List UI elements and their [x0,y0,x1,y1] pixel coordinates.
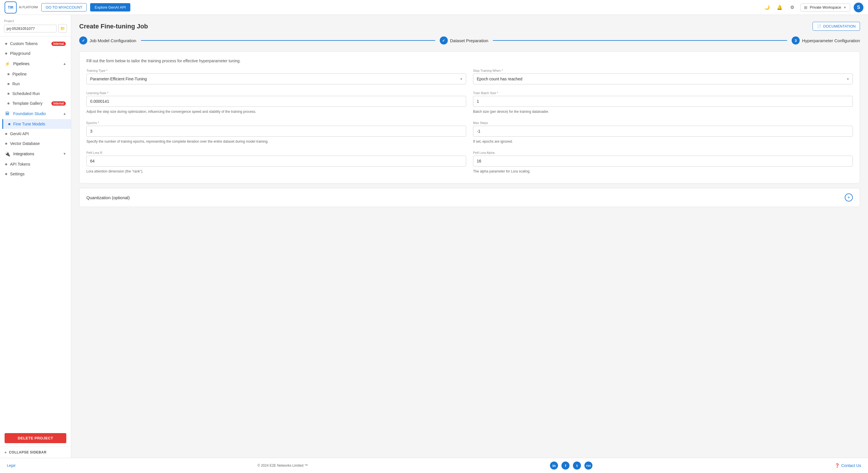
sidebar-item-label: Template Gallery [12,101,49,106]
sidebar-item-settings[interactable]: Settings [0,169,71,179]
sidebar-item-genai-api[interactable]: GenAI API [0,129,71,138]
bell-icon[interactable]: 🔔 [775,3,784,12]
epochs-input[interactable] [86,126,466,137]
learning-rate-hint: Adjust the step size during optimization… [86,109,466,114]
sidebar-item-playground[interactable]: Playground [0,49,71,58]
peft-lora-r-input[interactable] [86,156,466,166]
twitter-icon[interactable]: t [573,462,581,470]
form-subtitle: Fill out the form below to tailor the tr… [86,59,853,63]
logo-subtext: AI PLATFORM [19,6,38,9]
sidebar-nav: Custom Tokens Internal Playground ⚡ Pipe… [0,36,71,430]
chevron-left-icon: « [5,450,7,454]
dot-icon [7,73,9,75]
explore-genai-button[interactable]: Explore GenAI API [90,3,130,11]
train-batch-size-field: Train Batch Size * Batch size (per devic… [473,91,853,114]
peft-lora-alpha-field: Peft Lora Alpha The alpha parameter for … [473,151,853,174]
sidebar-item-pipeline[interactable]: Pipeline [2,69,71,79]
internal-badge: Internal [51,101,66,106]
peft-lora-alpha-hint: The alpha parameter for Lora scaling. [473,169,853,174]
step-circle-3: 3 [792,36,800,44]
sidebar-section-foundation-studio[interactable]: 🏛 Foundation Studio ▲ [0,108,71,119]
sidebar-item-custom-tokens[interactable]: Custom Tokens Internal [0,39,71,49]
rss-icon[interactable]: rss [584,462,592,470]
sidebar-item-label: GenAI API [10,131,66,136]
learning-rate-input[interactable] [86,96,466,107]
sidebar-item-fine-tune-models[interactable]: Fine Tune Models [2,119,71,129]
train-batch-size-input[interactable] [473,96,853,107]
pipelines-sub: Pipeline Run Scheduled Run Template Gall… [0,69,71,108]
delete-project-button[interactable]: DELETE PROJECT [5,433,66,443]
main-content: Create Fine-tuning Job 📄 DOCUMENTATION ✓… [71,15,868,458]
copyright-text: © 2024 E2E Networks Limited ™ [257,464,308,468]
contact-us-link[interactable]: ❓ Contact Us [835,463,861,468]
training-type-select-wrapper: Parameter-Efficient Fine-Tuning Full Fin… [86,73,466,84]
dot-icon [5,53,7,55]
internal-badge: Internal [51,42,66,46]
moon-icon[interactable]: 🌙 [763,3,772,12]
logo-area: TIR AI PLATFORM [5,1,38,13]
peft-lora-r-hint: Lora attention dimension (the "rank"). [86,169,466,174]
sidebar: Project prj-05281051077 📁 Custom Tokens … [0,15,71,458]
footer: Legal © 2024 E2E Networks Limited ™ in f… [0,458,868,473]
gear-icon[interactable]: ⚙ [787,3,797,12]
sidebar-item-label: Settings [10,171,66,176]
training-type-label: Training Type * [86,69,466,72]
max-steps-field: Max Steps If set, epochs are ignored. [473,121,853,144]
logo-box: TIR [5,1,17,13]
step-circle-1: ✓ [79,36,87,44]
project-select-row: prj-05281051077 📁 [4,24,67,33]
workspace-label: Private Workspace [810,5,841,9]
sidebar-section-integrations[interactable]: 🔌 Integrations ▼ [0,148,71,159]
dot-icon [5,133,7,135]
form-row-4: Peft Lora R Lora attention dimension (th… [86,151,853,174]
peft-lora-r-field: Peft Lora R Lora attention dimension (th… [86,151,466,174]
facebook-icon[interactable]: f [561,462,569,470]
sidebar-item-api-tokens[interactable]: API Tokens [0,159,71,169]
epochs-hint: Specify the number of training epochs, r… [86,139,466,144]
step-hyperparameter-config: 3 Hyperparameter Configuration [792,36,860,44]
training-type-field: Training Type * Parameter-Efficient Fine… [86,69,466,84]
foundation-studio-label: Foundation Studio [13,112,46,116]
pipelines-icon: ⚡ [5,61,10,67]
foundation-studio-icon: 🏛 [5,111,10,117]
sidebar-item-label: Custom Tokens [10,41,49,46]
documentation-button[interactable]: 📄 DOCUMENTATION [813,22,860,31]
sidebar-item-template-gallery[interactable]: Template Gallery Internal [2,98,71,108]
sidebar-section-pipelines[interactable]: ⚡ Pipelines ▲ [0,58,71,69]
step-label-2: Dataset Preparation [450,38,488,43]
hyperparameter-form: Fill out the form below to tailor the tr… [79,51,860,183]
go-to-myaccount-button[interactable]: GO TO MYACCOUNT [41,3,87,11]
avatar[interactable]: S [854,3,863,12]
legal-link[interactable]: Legal [7,464,15,468]
folder-button[interactable]: 📁 [58,24,67,33]
sidebar-item-label: Scheduled Run [12,91,66,96]
linkedin-icon[interactable]: in [550,462,558,470]
sidebar-item-label: Playground [10,51,66,56]
dot-icon [7,83,9,85]
foundation-sub: Fine Tune Models [0,119,71,129]
sidebar-item-scheduled-run[interactable]: Scheduled Run [2,89,71,98]
stop-training-select[interactable]: Epoch count has reached Step count has r… [473,73,853,84]
collapse-sidebar-button[interactable]: « COLLAPSE SIDEBAR [0,447,71,458]
sidebar-item-label: API Tokens [10,162,66,166]
peft-lora-r-label: Peft Lora R [86,151,466,154]
step-line-1 [141,40,435,41]
steps-bar: ✓ Job Model Configuration ✓ Dataset Prep… [79,36,860,44]
project-select[interactable]: prj-05281051077 [4,25,57,32]
sidebar-item-run[interactable]: Run [2,79,71,89]
page-title: Create Fine-tuning Job [79,23,148,30]
workspace-selector[interactable]: ⊞ Private Workspace ▼ [800,3,850,11]
max-steps-input[interactable] [473,126,853,137]
doc-label: DOCUMENTATION [823,24,856,28]
step-dataset-preparation: ✓ Dataset Preparation [440,36,488,44]
chevron-down-icon: ▼ [843,6,846,9]
integrations-label: Integrations [13,152,34,156]
max-steps-hint: If set, epochs are ignored. [473,139,853,144]
sidebar-item-vector-database[interactable]: Vector Database [0,138,71,148]
dot-icon [5,173,7,175]
training-type-select[interactable]: Parameter-Efficient Fine-Tuning Full Fin… [86,73,466,84]
quantization-label: Quantization (optional) [86,195,130,200]
quantization-expand-button[interactable]: + [845,193,853,201]
peft-lora-alpha-input[interactable] [473,156,853,166]
footer-social: in f t rss [550,462,592,470]
